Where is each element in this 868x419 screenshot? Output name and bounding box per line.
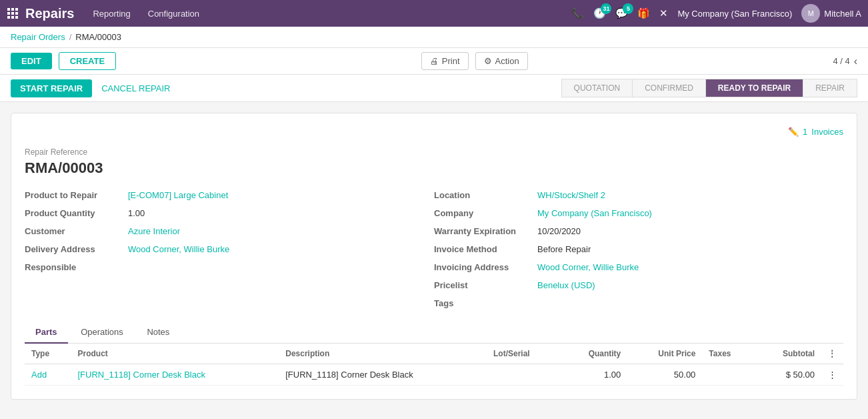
field-invoicing-address: Invoicing Address Wood Corner, Willie Bu… — [434, 262, 843, 272]
field-responsible: Responsible — [25, 262, 434, 272]
breadcrumb: Repair Orders / RMA/00003 — [0, 27, 868, 48]
tab-operations[interactable]: Operations — [70, 322, 134, 344]
field-value-invoicing[interactable]: Wood Corner, Willie Burke — [537, 262, 639, 272]
col-unit-price: Unit Price — [627, 344, 702, 364]
field-value-delivery[interactable]: Wood Corner, Willie Burke — [128, 244, 229, 254]
step-ready-to-repair: READY TO REPAIR — [705, 79, 803, 97]
field-value-location[interactable]: WH/Stock/Shelf 2 — [537, 190, 605, 200]
field-label-qty: Product Quantity — [25, 208, 128, 218]
field-label-responsible: Responsible — [25, 262, 128, 272]
field-customer: Customer Azure Interior — [25, 226, 434, 236]
field-label-company: Company — [434, 208, 537, 218]
top-navigation: Repairs Reporting Configuration 📞 🕐 31 💬… — [0, 0, 868, 27]
field-warranty: Warranty Expiration 10/20/2020 — [434, 226, 843, 236]
col-quantity: Quantity — [560, 344, 627, 364]
pagination-prev[interactable]: ‹ — [854, 55, 857, 67]
field-value-qty: 1.00 — [128, 208, 145, 218]
invoice-icon: ✏️ — [788, 127, 799, 137]
field-label-customer: Customer — [25, 226, 128, 236]
row-subtotal: $ 50.00 — [755, 364, 821, 386]
breadcrumb-current: RMA/00003 — [75, 32, 121, 42]
tabs: Parts Operations Notes — [25, 322, 843, 344]
right-fields: Location WH/Stock/Shelf 2 Company My Com… — [434, 190, 843, 308]
user-avatar: M — [801, 4, 820, 23]
field-location: Location WH/Stock/Shelf 2 — [434, 190, 843, 200]
svg-rect-4 — [11, 12, 14, 15]
repair-ref-value: RMA/00003 — [25, 159, 843, 177]
print-icon: 🖨 — [430, 56, 439, 66]
print-button[interactable]: 🖨 Print — [421, 52, 469, 70]
fields-row: Product to Repair [E-COM07] Large Cabine… — [25, 190, 843, 308]
svg-rect-0 — [7, 8, 10, 11]
user-menu[interactable]: M Mitchell A — [801, 4, 861, 23]
step-confirmed: CONFIRMED — [632, 79, 706, 97]
field-value-warranty: 10/20/2020 — [537, 226, 581, 236]
col-description: Description — [279, 344, 487, 364]
svg-rect-7 — [11, 16, 14, 19]
col-product: Product — [71, 344, 279, 364]
step-repair: REPAIR — [803, 79, 857, 97]
field-value-customer[interactable]: Azure Interior — [128, 226, 180, 236]
svg-rect-3 — [7, 12, 10, 15]
field-pricelist: Pricelist Benelux (USD) — [434, 280, 843, 290]
chat-icon[interactable]: 💬 5 — [615, 7, 628, 19]
field-delivery-address: Delivery Address Wood Corner, Willie Bur… — [25, 244, 434, 254]
repair-ref-section: Repair Reference RMA/00003 — [25, 147, 843, 177]
status-steps: QUOTATION CONFIRMED READY TO REPAIR REPA… — [561, 79, 857, 97]
field-invoice-method: Invoice Method Before Repair — [434, 244, 843, 254]
user-name: Mitchell A — [824, 9, 861, 19]
cancel-repair-button[interactable]: CANCEL REPAIR — [101, 83, 170, 93]
gear-icon: ⚙ — [484, 56, 492, 66]
row-product[interactable]: [FURN_1118] Corner Desk Black — [71, 364, 279, 386]
field-value-product[interactable]: [E-COM07] Large Cabinet — [128, 190, 228, 200]
app-grid-icon[interactable] — [7, 7, 19, 19]
edit-button[interactable]: EDIT — [11, 53, 52, 69]
col-subtotal: Subtotal — [755, 344, 821, 364]
create-button[interactable]: CREATE — [59, 52, 116, 70]
field-label-invoice-method: Invoice Method — [434, 244, 537, 254]
col-menu: ⋮ — [821, 344, 843, 364]
row-unit-price: 50.00 — [627, 364, 702, 386]
breadcrumb-parent[interactable]: Repair Orders — [11, 32, 65, 42]
tab-notes[interactable]: Notes — [136, 322, 180, 344]
parts-table: Type Product Description Lot/Serial Quan… — [25, 344, 843, 386]
field-product-quantity: Product Quantity 1.00 — [25, 208, 434, 218]
invoice-count: 1 — [803, 127, 807, 137]
col-type: Type — [25, 344, 71, 364]
svg-rect-1 — [11, 8, 14, 11]
tab-parts[interactable]: Parts — [25, 322, 68, 344]
col-lot: Lot/Serial — [487, 344, 560, 364]
field-tags: Tags — [434, 298, 843, 308]
field-label-location: Location — [434, 190, 537, 200]
phone-icon[interactable]: 📞 — [571, 7, 584, 19]
row-type[interactable]: Add — [25, 364, 71, 386]
svg-rect-2 — [15, 8, 18, 11]
repair-ref-label: Repair Reference — [25, 147, 843, 157]
action-bar: EDIT CREATE 🖨 Print ⚙ Action 4 / 4 ‹ — [0, 48, 868, 75]
field-value-invoice-method: Before Repair — [537, 244, 591, 254]
nav-reporting[interactable]: Reporting — [87, 9, 135, 19]
pagination: 4 / 4 ‹ — [833, 55, 857, 67]
status-bar: START REPAIR CANCEL REPAIR QUOTATION CON… — [0, 75, 868, 102]
app-title: Repairs — [25, 6, 74, 21]
gift-icon[interactable]: 🎁 — [637, 7, 650, 19]
invoice-link[interactable]: ✏️ 1 Invoices — [25, 127, 843, 137]
row-menu[interactable]: ⋮ — [821, 364, 843, 386]
left-fields: Product to Repair [E-COM07] Large Cabine… — [25, 190, 434, 308]
field-value-pricelist[interactable]: Benelux (USD) — [537, 280, 595, 290]
invoice-label: Invoices — [811, 127, 843, 137]
close-icon[interactable]: ✕ — [659, 7, 668, 19]
form-card: ✏️ 1 Invoices Repair Reference RMA/00003… — [11, 113, 857, 400]
row-lot — [487, 364, 560, 386]
field-label-pricelist: Pricelist — [434, 280, 537, 290]
step-quotation: QUOTATION — [561, 79, 633, 97]
action-button[interactable]: ⚙ Action — [475, 52, 528, 70]
clock-icon[interactable]: 🕐 31 — [593, 7, 606, 19]
start-repair-button[interactable]: START REPAIR — [11, 79, 92, 97]
field-label-product: Product to Repair — [25, 190, 128, 200]
row-description: [FURN_1118] Corner Desk Black — [279, 364, 487, 386]
field-label-invoicing: Invoicing Address — [434, 262, 537, 272]
field-value-company[interactable]: My Company (San Francisco) — [537, 208, 652, 218]
nav-configuration[interactable]: Configuration — [143, 9, 205, 19]
company-name: My Company (San Francisco) — [677, 9, 792, 19]
